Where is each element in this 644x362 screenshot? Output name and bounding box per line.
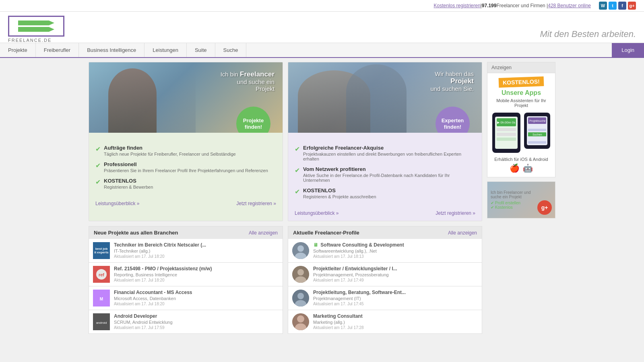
project-thumb-1: ref bbox=[93, 266, 110, 283]
project-item-2[interactable]: M Financial Accountant - MS Access Micro… bbox=[89, 286, 283, 310]
project-sub-2: Microsoft Access, Datenbanken bbox=[114, 296, 279, 301]
freelancer-avatar-2 bbox=[292, 290, 309, 306]
sidebar-ad-content: KOSTENLOS! Unsere Apps Mobile Assistente… bbox=[487, 73, 555, 177]
register-link-right[interactable]: Jetzt registrieren » bbox=[436, 210, 475, 216]
check-icon: ✔ bbox=[295, 167, 300, 183]
sidebar-ad2-section: Ich bin Freelancer undsuche ein Projekt … bbox=[487, 181, 555, 218]
gplus-sidebar-icon[interactable]: g+ bbox=[537, 200, 552, 215]
project-info-3: Android Developer SCRUM, Android Entwick… bbox=[114, 313, 279, 330]
project-date-3: Aktualisiert am 17. Jul 17:59 bbox=[114, 325, 279, 330]
logo-box[interactable] bbox=[8, 16, 64, 37]
nav-business-intelligence[interactable]: Business Intelligence bbox=[79, 43, 144, 57]
project-title-2: Financial Accountant - MS Access bbox=[114, 290, 279, 295]
freelancer-sub-0: Softwareentwicklung (allg.), .Net bbox=[313, 249, 478, 253]
hero-image-left: Ich bin Freelancer und suche ein Projekt… bbox=[89, 62, 283, 133]
main-container: Ich bin Freelancer und suche ein Projekt… bbox=[80, 58, 564, 338]
project-title-1: Ref. 215498 - PMO / Projektassistenz (m/… bbox=[114, 266, 279, 272]
check-icon: ✔ bbox=[95, 145, 101, 156]
svg-text:android: android bbox=[96, 321, 107, 325]
freelancer-item-1[interactable]: Projektleiter / Entwicklungsleiter / I..… bbox=[288, 263, 482, 286]
freelancer-info-3: Marketing Consultant Marketing (allg.) A… bbox=[313, 313, 478, 330]
freelancer-title-2: Projektleitung, Beratung, Software-Ent..… bbox=[313, 290, 478, 295]
platform-icons: 🍎 🤖 bbox=[491, 163, 551, 173]
facebook-icon[interactable]: f bbox=[618, 2, 626, 10]
freelancer-sub-3: Marketing (allg.) bbox=[313, 320, 478, 325]
sidebar-ad-header: Anzeigen bbox=[487, 62, 555, 73]
project-info-1: Ref. 215498 - PMO / Projektassistenz (m/… bbox=[114, 266, 279, 282]
apple-icon: 🍎 bbox=[510, 163, 520, 173]
freelancer-date-3: Aktualisiert am 17. Jul 17:28 bbox=[313, 325, 478, 330]
nav-suite[interactable]: Suite bbox=[187, 43, 215, 57]
hero-features-left: ✔ Aufträge finden Täglich neue Projekte … bbox=[89, 133, 283, 201]
app-sub: Mobile Assistenten für Ihr Projekt bbox=[491, 98, 551, 108]
feature-item: ✔ Vom Netzwerk profitieren Aktive Suche … bbox=[295, 166, 475, 183]
freelancer-info-1: Projektleiter / Entwicklungsleiter / I..… bbox=[313, 266, 478, 282]
project-sub-0: IT-Techniker (allg.) bbox=[114, 249, 279, 253]
project-item-3[interactable]: android Android Developer SCRUM, Android… bbox=[89, 310, 283, 334]
freelancer-date-2: Aktualisiert am 17. Jul 17:45 bbox=[313, 302, 478, 306]
projects-all-link[interactable]: Alle anzeigen bbox=[249, 230, 278, 236]
freelancers-header: Aktuelle Freelancer-Profile Alle anzeige… bbox=[288, 226, 482, 239]
freelancer-avatar-0 bbox=[292, 242, 309, 259]
nav-suche[interactable]: Suche bbox=[215, 43, 247, 57]
social-icons: W t f g+ bbox=[599, 2, 636, 10]
freelancer-item-3[interactable]: Marketing Consultant Marketing (allg.) A… bbox=[288, 310, 482, 334]
freelancer-item-2[interactable]: Projektleitung, Beratung, Software-Ent..… bbox=[288, 286, 482, 310]
project-date-1: Aktualisiert am 17. Jul 18:20 bbox=[114, 278, 279, 282]
feature-item: ✔ Professionell Präsentieren Sie in Ihre… bbox=[95, 161, 276, 173]
hero-section: Ich bin Freelancer und suche ein Projekt… bbox=[89, 62, 482, 221]
check-icon: ✔ bbox=[95, 162, 101, 173]
svg-point-13 bbox=[297, 293, 304, 299]
android-icon: 🤖 bbox=[523, 163, 533, 173]
project-title-0: Techniker im Bereich Citrix Netscaler (.… bbox=[114, 242, 279, 248]
project-date-2: Aktualisiert am 17. Jul 18:20 bbox=[114, 302, 279, 306]
kostenlos-badge: KOSTENLOS! bbox=[499, 76, 544, 88]
project-item-1[interactable]: ref Ref. 215498 - PMO / Projektassistenz… bbox=[89, 263, 283, 286]
feature-title: Erfolgreiche Freelancer-Akquise bbox=[303, 145, 475, 151]
freelancer-avatar-3 bbox=[292, 313, 309, 330]
svg-text:ref: ref bbox=[99, 272, 104, 277]
projects-title: Neue Projekte aus allen Branchen bbox=[94, 230, 178, 236]
phone-screen-1: ▶ 0h:00m 0s bbox=[495, 117, 518, 149]
freelancers-all-link[interactable]: Alle anzeigen bbox=[448, 230, 477, 236]
hero-text-overlay-right: Wir haben das Projekt und suchen Sie. bbox=[430, 70, 474, 92]
leistung-link-right[interactable]: Leistungsüberblick » bbox=[295, 210, 339, 216]
register-link[interactable]: Kostenlos registrieren bbox=[434, 3, 481, 8]
twitter-icon[interactable]: t bbox=[609, 2, 617, 10]
feature-title: Aufträge finden bbox=[104, 145, 236, 151]
project-item-0[interactable]: best jobit experts Techniker im Bereich … bbox=[89, 239, 283, 263]
logo-area: FREELANCE.DE bbox=[8, 16, 64, 43]
freelancer-avatar-1 bbox=[292, 266, 309, 283]
register-link-left[interactable]: Jetzt registrieren » bbox=[236, 201, 276, 206]
login-button[interactable]: Login bbox=[612, 43, 644, 57]
projects-column: Neue Projekte aus allen Branchen Alle an… bbox=[89, 226, 283, 334]
nav-freiberufler[interactable]: Freiberufler bbox=[36, 43, 79, 57]
project-thumb-0: best jobit experts bbox=[93, 242, 110, 259]
content-area: Ich bin Freelancer und suche ein Projekt… bbox=[89, 62, 482, 334]
hero-card-company: Wir haben das Projekt und suchen Sie. Ex… bbox=[288, 62, 482, 221]
hero-text-overlay-left: Ich bin Freelancer und suche ein Projekt bbox=[221, 70, 275, 92]
svg-point-7 bbox=[297, 245, 304, 252]
leistung-link-left[interactable]: Leistungsüberblick » bbox=[95, 201, 139, 206]
header: FREELANCE.DE Mit den Besten arbeiten. bbox=[0, 12, 644, 43]
freelancers-column: Aktuelle Freelancer-Profile Alle anzeige… bbox=[288, 226, 482, 334]
cta-bubble-left[interactable]: Projektefinden! bbox=[236, 107, 270, 133]
nav-projekte[interactable]: Projekte bbox=[0, 43, 36, 57]
project-date-0: Aktualisiert am 17. Jul 18:20 bbox=[114, 254, 279, 259]
sidebar-ad-section: Anzeigen KOSTENLOS! Unsere Apps Mobile A… bbox=[487, 62, 555, 177]
feature-title: Vom Netzwerk profitieren bbox=[303, 166, 475, 172]
freelancers-title: Aktuelle Freelancer-Profile bbox=[293, 230, 359, 236]
online-link[interactable]: 428 Benutzer online bbox=[548, 3, 591, 8]
freelancer-item-0[interactable]: 🖥 Software Consulting & Development Soft… bbox=[288, 239, 482, 263]
tagline: Mit den Besten arbeiten. bbox=[540, 29, 636, 43]
svg-point-16 bbox=[297, 315, 304, 323]
nav-leistungen[interactable]: Leistungen bbox=[144, 43, 187, 57]
freelancer-info-0: 🖥 Software Consulting & Development Soft… bbox=[313, 242, 478, 259]
googleplus-icon[interactable]: g+ bbox=[628, 2, 636, 10]
freelancer-info-2: Projektleitung, Beratung, Software-Ent..… bbox=[313, 290, 478, 306]
listings-section: Neue Projekte aus allen Branchen Alle an… bbox=[89, 226, 482, 334]
hero-links-left: Leistungsüberblick » Jetzt registrieren … bbox=[89, 201, 283, 211]
wordpress-icon[interactable]: W bbox=[599, 2, 607, 10]
project-info-0: Techniker im Bereich Citrix Netscaler (.… bbox=[114, 242, 279, 259]
freelancer-date-0: Aktualisiert am 17. Jul 18:13 bbox=[313, 254, 478, 259]
